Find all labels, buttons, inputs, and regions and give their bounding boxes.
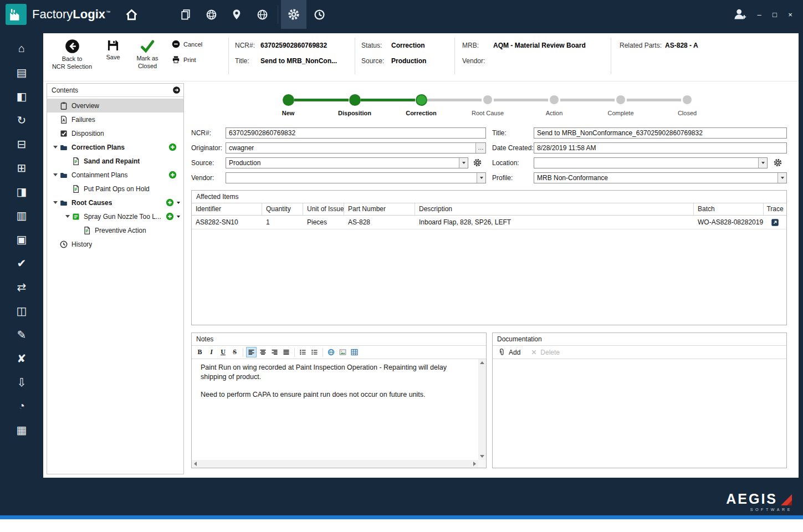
factorylogix-logo [6, 4, 27, 25]
rail-support-icon[interactable]: ◔ [0, 394, 43, 418]
location-settings-gear-icon[interactable] [773, 158, 782, 167]
originator-browse-button[interactable]: … [475, 143, 485, 153]
location-select[interactable] [534, 157, 768, 168]
close-button[interactable]: × [783, 3, 797, 25]
minimize-button[interactable]: – [752, 3, 766, 25]
tree-item-disposition[interactable]: Disposition [47, 126, 183, 140]
expander-icon[interactable] [52, 173, 59, 176]
scroll-right-icon[interactable] [473, 462, 476, 466]
home-icon[interactable] [125, 8, 139, 22]
align-center-icon[interactable] [258, 347, 268, 357]
clock-icon [59, 240, 68, 249]
notes-vertical-scrollbar[interactable] [478, 359, 486, 460]
tree-item-put-paint-ops-on-hold[interactable]: Put Paint Ops on Hold [47, 182, 183, 196]
rail-reports-icon[interactable]: ▦ [0, 418, 43, 442]
settings-gear-icon[interactable] [281, 0, 306, 29]
tree-item-root-causes[interactable]: Root Causes [47, 196, 183, 209]
rail-transfer-icon[interactable]: ⇄ [0, 275, 43, 299]
rail-badge-icon[interactable]: ◫ [0, 299, 43, 323]
save-button[interactable]: Save [100, 39, 126, 62]
app-body: ⌂ ▤ ◧ ↻ ⊟ ⊞ ◨ ▥ ▣ ✔ ⇄ ◫ ✎ ✘ ⇩ ◔ ▦ Back t… [0, 29, 803, 515]
globe-icon[interactable] [249, 0, 275, 29]
insert-link-icon[interactable] [326, 347, 336, 357]
dropdown-arrow-icon[interactable] [758, 158, 767, 168]
add-containment-plan-button[interactable] [168, 171, 177, 179]
dropdown-arrow-icon[interactable] [778, 173, 786, 183]
affected-item-row[interactable]: AS8282-SN10 1 Pieces AS-828 Inboard Flap… [192, 216, 786, 229]
tree-item-preventive-action[interactable]: Preventive Action [47, 223, 183, 237]
expander-icon[interactable] [64, 215, 71, 218]
scroll-down-icon[interactable] [480, 455, 484, 458]
rail-history-icon[interactable]: ↻ [0, 108, 43, 132]
profile-select[interactable]: MRB Non-Conformance [534, 172, 787, 183]
tree-item-spray-gun-nozzle[interactable]: Spray Gun Nozzle Too L... [47, 209, 183, 223]
add-action-menu-caret[interactable] [177, 216, 180, 218]
vendor-select[interactable] [226, 172, 486, 183]
titlebar-separator [278, 5, 278, 24]
rail-documentation-icon[interactable]: ▥ [0, 203, 43, 227]
dropdown-arrow-icon[interactable] [477, 173, 485, 183]
location-pin-icon[interactable] [224, 0, 249, 29]
bold-button[interactable]: B [195, 347, 205, 357]
bullet-list-icon[interactable] [309, 347, 320, 357]
tree-item-correction-plans[interactable]: Correction Plans [47, 140, 183, 154]
tree-item-sand-and-repaint[interactable]: Sand and Repaint [47, 154, 183, 168]
add-action-button[interactable] [166, 212, 174, 221]
date-created-input[interactable]: 8/28/2019 11:58 AM [534, 142, 787, 154]
rail-home-icon[interactable]: ⌂ [0, 37, 43, 60]
ncr-input[interactable]: 637025902860769832 [226, 127, 486, 139]
expander-icon[interactable] [52, 146, 59, 149]
rail-inspection-icon[interactable]: ⊞ [0, 156, 43, 180]
add-root-cause-button[interactable] [166, 198, 174, 207]
tree-item-containment-plans[interactable]: Containment Plans [47, 168, 183, 182]
notes-editor[interactable]: Paint Run on wing recorded at Paint Insp… [192, 359, 478, 460]
align-justify-icon[interactable] [281, 347, 291, 357]
print-button[interactable]: Print [172, 55, 196, 64]
align-left-icon[interactable] [246, 347, 257, 357]
italic-button[interactable]: I [206, 347, 217, 357]
numbered-list-icon[interactable] [298, 347, 308, 357]
tree-item-overview[interactable]: Overview [47, 99, 183, 112]
rail-author-icon[interactable]: ✎ [0, 323, 43, 346]
dropdown-arrow-icon[interactable] [459, 158, 468, 168]
back-to-ncr-selection-button[interactable]: Back toNCR Selection [50, 39, 94, 71]
tree-item-failures[interactable]: Failures [47, 112, 183, 126]
rail-workstation-icon[interactable]: ⊟ [0, 132, 43, 156]
toolbar-status-info: Status:Correction Source:Production [361, 38, 426, 69]
rail-engineering-icon[interactable]: ◧ [0, 84, 43, 108]
insert-table-icon[interactable] [349, 347, 360, 357]
strikethrough-button[interactable]: S [229, 347, 240, 357]
scroll-left-icon[interactable] [194, 462, 197, 466]
scroll-up-icon[interactable] [480, 361, 484, 364]
originator-input[interactable]: cwagner… [226, 142, 486, 154]
trace-icon[interactable] [771, 218, 779, 227]
mark-as-closed-button[interactable]: Mark asClosed [131, 39, 164, 70]
insert-image-icon[interactable] [337, 347, 348, 357]
ncr-value: 637025902860769832 [260, 42, 327, 49]
notes-horizontal-scrollbar[interactable] [192, 460, 478, 468]
expander-icon[interactable] [52, 201, 59, 204]
collapse-panel-icon[interactable] [172, 86, 181, 94]
history-icon[interactable] [306, 0, 332, 29]
rail-reject-icon[interactable]: ✘ [0, 346, 43, 370]
tree-item-history[interactable]: History [47, 237, 183, 251]
add-document-button[interactable]: Add [498, 348, 520, 356]
user-add-icon[interactable] [729, 0, 751, 29]
sphere-icon[interactable] [198, 0, 224, 29]
maximize-button[interactable]: □ [768, 3, 782, 25]
location-field-label: Location: [492, 157, 519, 168]
rail-quality-icon[interactable]: ✔ [0, 251, 43, 275]
cancel-button[interactable]: Cancel [172, 40, 202, 48]
align-right-icon[interactable] [269, 347, 280, 357]
add-root-cause-menu-caret[interactable] [177, 202, 180, 204]
pages-icon[interactable] [173, 0, 198, 29]
source-select[interactable]: Production [226, 157, 468, 168]
add-correction-plan-button[interactable] [168, 143, 177, 151]
rail-warehouse-icon[interactable]: ◨ [0, 180, 43, 203]
underline-button[interactable]: U [218, 347, 228, 357]
title-input[interactable]: Send to MRB_NonConformance_6370259028607… [534, 127, 787, 139]
rail-materials-icon[interactable]: ▤ [0, 60, 43, 84]
rail-export-icon[interactable]: ⇩ [0, 370, 43, 394]
rail-copy-icon[interactable]: ▣ [0, 227, 43, 251]
source-settings-gear-icon[interactable] [473, 158, 482, 167]
